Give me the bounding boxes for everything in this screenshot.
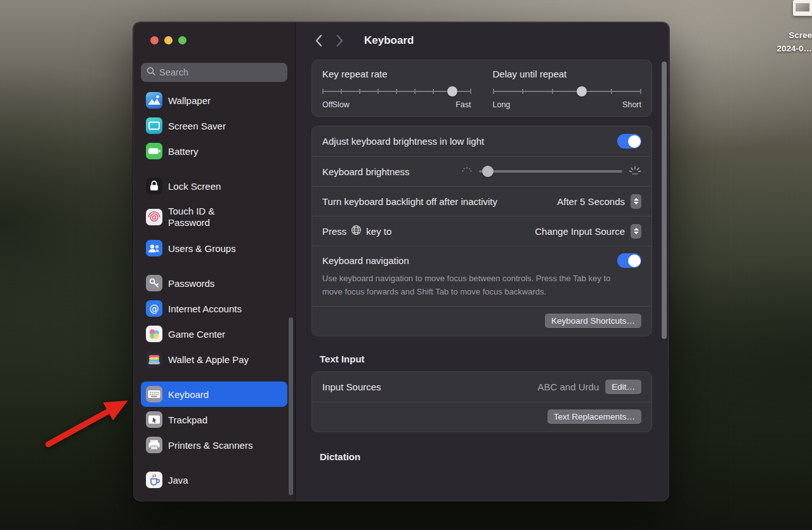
delay-slider[interactable] bbox=[493, 86, 642, 97]
tick-label-off: Off bbox=[322, 100, 332, 109]
sidebar-item-lock-screen[interactable]: Lock Screen bbox=[141, 173, 287, 199]
input-sources-row: Input Sources ABC and Urdu Edit… bbox=[312, 372, 652, 402]
sidebar-item-label: Keyboard bbox=[168, 389, 209, 400]
backlight-off-label: Turn keyboard backlight off after inacti… bbox=[322, 196, 497, 207]
desktop-screenshot-file-icon[interactable] bbox=[793, 0, 812, 16]
sidebar-item-label: Battery bbox=[168, 146, 199, 157]
sidebar-item-label: Trackpad bbox=[168, 414, 207, 425]
trackpad-icon bbox=[146, 411, 162, 428]
key-repeat-slider-knob[interactable] bbox=[447, 86, 457, 96]
content-scrollbar[interactable] bbox=[662, 62, 667, 339]
annotation-arrow bbox=[38, 386, 140, 453]
sidebar-item-screen-saver[interactable]: Screen Saver bbox=[141, 113, 287, 138]
back-button[interactable] bbox=[315, 34, 322, 47]
text-input-section-title: Text Input bbox=[320, 354, 652, 364]
sidebar-item-printers[interactable]: Printers & Scanners bbox=[141, 432, 287, 458]
keyboard-navigation-row: Keyboard navigation Use keyboard navigat… bbox=[312, 246, 652, 306]
sidebar-item-java[interactable]: Java bbox=[141, 467, 287, 493]
close-window-button[interactable] bbox=[150, 36, 159, 44]
printers-icon bbox=[146, 437, 162, 453]
sidebar-item-trackpad[interactable]: Trackpad bbox=[141, 407, 287, 432]
sidebar-scrollbar[interactable] bbox=[289, 317, 293, 495]
sidebar-item-label: Screen Saver bbox=[168, 121, 226, 131]
sidebar-item-keyboard[interactable]: Keyboard bbox=[141, 381, 287, 407]
game-center-icon bbox=[146, 326, 162, 342]
keyboard-backlight-low-icon bbox=[461, 166, 473, 177]
wallet-icon bbox=[146, 351, 162, 368]
dictation-section-title: Dictation bbox=[320, 451, 652, 462]
settings-sidebar: Wallpaper Screen Saver Battery bbox=[133, 22, 295, 501]
sidebar-item-battery[interactable]: Battery bbox=[141, 138, 287, 164]
adjust-brightness-toggle[interactable] bbox=[617, 134, 641, 149]
touch-id-icon bbox=[146, 209, 162, 225]
sidebar-item-internet-accounts[interactable]: @ Internet Accounts bbox=[141, 296, 287, 321]
lock-screen-icon bbox=[146, 178, 162, 194]
java-icon bbox=[146, 472, 162, 488]
zoom-window-button[interactable] bbox=[178, 36, 187, 44]
sidebar-item-passwords[interactable]: Passwords bbox=[141, 270, 287, 296]
desktop-file-label-line1: Scree bbox=[768, 29, 812, 43]
key-repeat-tick-labels: Off Slow Fast bbox=[322, 100, 471, 110]
sidebar-item-label: Game Center bbox=[168, 329, 225, 340]
keyboard-options-card: Adjust keyboard brightness in low light … bbox=[311, 126, 652, 336]
input-sources-value: ABC and Urdu bbox=[538, 381, 599, 392]
search-icon bbox=[147, 67, 155, 78]
wallpaper-icon bbox=[146, 92, 162, 109]
keyboard-shortcuts-button[interactable]: Keyboard Shortcuts… bbox=[545, 314, 641, 328]
sidebar-search-field[interactable] bbox=[141, 63, 287, 82]
keyboard-backlight-high-icon bbox=[629, 166, 641, 178]
panel-body: Key repeat rate Off Slow Fast Delay unti… bbox=[296, 58, 669, 462]
search-input[interactable] bbox=[159, 67, 282, 77]
edit-input-sources-button[interactable]: Edit… bbox=[605, 380, 641, 394]
shortcuts-row: Keyboard Shortcuts… bbox=[312, 306, 652, 336]
globe-key-stepper[interactable] bbox=[631, 224, 641, 239]
sidebar-item-wallet[interactable]: Wallet & Apple Pay bbox=[141, 347, 287, 372]
desktop-file-label-line2: 2024-0… bbox=[768, 43, 812, 56]
panel-header: Keyboard bbox=[296, 22, 669, 58]
keyboard-settings-panel: Keyboard Key repeat rate Off Slow Fast bbox=[295, 22, 669, 501]
sidebar-item-label: Passwords bbox=[168, 278, 214, 289]
keyboard-brightness-knob[interactable] bbox=[482, 166, 494, 177]
delay-group: Delay until repeat Long Short bbox=[493, 69, 642, 110]
internet-accounts-icon: @ bbox=[146, 300, 162, 317]
key-repeat-label: Key repeat rate bbox=[322, 69, 471, 79]
text-input-card: Input Sources ABC and Urdu Edit… Text Re… bbox=[311, 371, 652, 432]
delay-tick-labels: Long Short bbox=[493, 100, 642, 110]
sidebar-item-game-center[interactable]: Game Center bbox=[141, 321, 287, 347]
battery-icon bbox=[146, 143, 162, 159]
sidebar-item-label: Touch ID & Password bbox=[168, 206, 232, 229]
keyboard-icon bbox=[146, 386, 162, 402]
backlight-off-stepper[interactable] bbox=[631, 194, 641, 209]
window-controls bbox=[133, 22, 295, 44]
globe-key-value: Change Input Source bbox=[535, 226, 625, 237]
text-replacements-button[interactable]: Text Replacements… bbox=[547, 409, 641, 424]
forward-button[interactable] bbox=[336, 34, 344, 47]
sidebar-item-label: Wallpaper bbox=[168, 95, 211, 106]
screen-saver-icon bbox=[146, 117, 162, 134]
keyboard-navigation-description: Use keyboard navigation to move focus be… bbox=[322, 272, 622, 299]
keyboard-brightness-slider[interactable] bbox=[479, 166, 622, 177]
sidebar-item-label: Users & Groups bbox=[168, 243, 236, 254]
sidebar-item-wallpaper[interactable]: Wallpaper bbox=[141, 88, 287, 113]
keyboard-navigation-label: Keyboard navigation bbox=[322, 255, 409, 266]
keyboard-brightness-label: Keyboard brightness bbox=[322, 166, 410, 177]
users-groups-icon bbox=[146, 240, 162, 256]
sidebar-item-label: Wallet & Apple Pay bbox=[168, 354, 249, 365]
key-repeat-group: Key repeat rate Off Slow Fast bbox=[322, 69, 471, 110]
key-repeat-slider[interactable] bbox=[322, 86, 471, 97]
sidebar-item-touch-id[interactable]: Touch ID & Password bbox=[141, 199, 287, 235]
sidebar-item-label: Internet Accounts bbox=[168, 303, 242, 314]
sidebar-item-label: Java bbox=[168, 475, 188, 486]
minimize-window-button[interactable] bbox=[164, 36, 173, 44]
desktop-file-label[interactable]: Scree 2024-0… bbox=[768, 29, 812, 56]
keyboard-brightness-row: Keyboard brightness bbox=[312, 156, 652, 186]
keyboard-navigation-toggle[interactable] bbox=[617, 253, 641, 268]
tick-label-short: Short bbox=[622, 100, 641, 109]
page-title: Keyboard bbox=[364, 34, 414, 47]
delay-slider-knob[interactable] bbox=[577, 86, 587, 96]
press-prefix: Press bbox=[322, 226, 346, 237]
sidebar-item-label: Lock Screen bbox=[168, 181, 221, 192]
sidebar-item-users-groups[interactable]: Users & Groups bbox=[141, 235, 287, 261]
input-sources-label: Input Sources bbox=[322, 381, 381, 392]
backlight-off-row: Turn keyboard backlight off after inacti… bbox=[312, 186, 652, 216]
